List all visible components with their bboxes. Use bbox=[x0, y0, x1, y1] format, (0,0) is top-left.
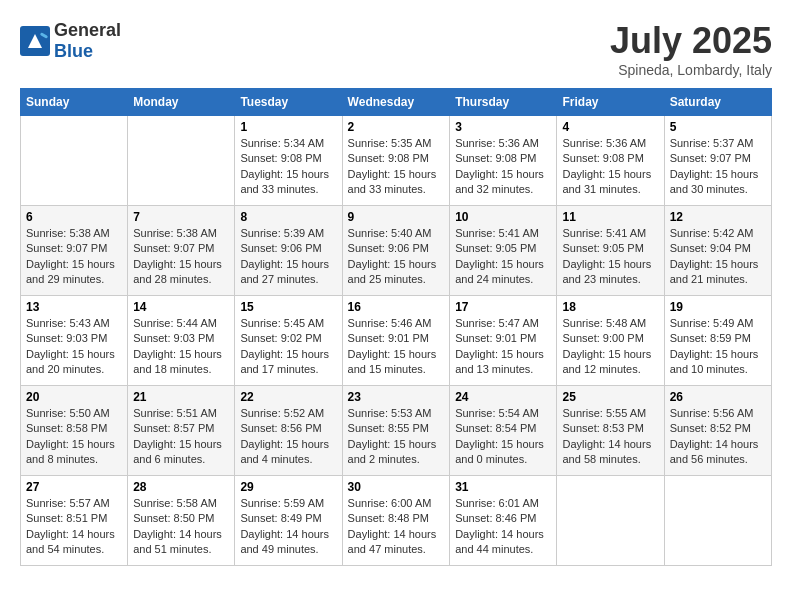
sunset: Sunset: 9:07 PM bbox=[670, 152, 751, 164]
sunrise: Sunrise: 5:55 AM bbox=[562, 407, 646, 419]
sunrise: Sunrise: 5:57 AM bbox=[26, 497, 110, 509]
calendar-cell: 12 Sunrise: 5:42 AM Sunset: 9:04 PM Dayl… bbox=[664, 206, 771, 296]
sunset: Sunset: 9:01 PM bbox=[348, 332, 429, 344]
day-info: Sunrise: 5:37 AM Sunset: 9:07 PM Dayligh… bbox=[670, 136, 766, 198]
calendar-cell: 25 Sunrise: 5:55 AM Sunset: 8:53 PM Dayl… bbox=[557, 386, 664, 476]
sunrise: Sunrise: 5:41 AM bbox=[562, 227, 646, 239]
weekday-header: Friday bbox=[557, 89, 664, 116]
day-number: 20 bbox=[26, 390, 122, 404]
day-number: 17 bbox=[455, 300, 551, 314]
daylight: Daylight: 14 hours and 56 minutes. bbox=[670, 438, 759, 465]
sunset: Sunset: 8:51 PM bbox=[26, 512, 107, 524]
day-number: 15 bbox=[240, 300, 336, 314]
sunset: Sunset: 8:59 PM bbox=[670, 332, 751, 344]
sunset: Sunset: 9:05 PM bbox=[562, 242, 643, 254]
day-info: Sunrise: 5:48 AM Sunset: 9:00 PM Dayligh… bbox=[562, 316, 658, 378]
daylight: Daylight: 15 hours and 33 minutes. bbox=[240, 168, 329, 195]
calendar-cell: 26 Sunrise: 5:56 AM Sunset: 8:52 PM Dayl… bbox=[664, 386, 771, 476]
daylight: Daylight: 15 hours and 33 minutes. bbox=[348, 168, 437, 195]
calendar-cell bbox=[21, 116, 128, 206]
page-header: General Blue July 2025 Spineda, Lombardy… bbox=[20, 20, 772, 78]
daylight: Daylight: 15 hours and 20 minutes. bbox=[26, 348, 115, 375]
sunset: Sunset: 9:08 PM bbox=[240, 152, 321, 164]
sunset: Sunset: 8:53 PM bbox=[562, 422, 643, 434]
calendar-cell: 7 Sunrise: 5:38 AM Sunset: 9:07 PM Dayli… bbox=[128, 206, 235, 296]
daylight: Daylight: 15 hours and 28 minutes. bbox=[133, 258, 222, 285]
calendar-cell: 13 Sunrise: 5:43 AM Sunset: 9:03 PM Dayl… bbox=[21, 296, 128, 386]
day-number: 29 bbox=[240, 480, 336, 494]
calendar-cell: 31 Sunrise: 6:01 AM Sunset: 8:46 PM Dayl… bbox=[450, 476, 557, 566]
day-info: Sunrise: 5:50 AM Sunset: 8:58 PM Dayligh… bbox=[26, 406, 122, 468]
calendar-cell: 20 Sunrise: 5:50 AM Sunset: 8:58 PM Dayl… bbox=[21, 386, 128, 476]
sunset: Sunset: 9:05 PM bbox=[455, 242, 536, 254]
day-info: Sunrise: 5:44 AM Sunset: 9:03 PM Dayligh… bbox=[133, 316, 229, 378]
sunset: Sunset: 9:03 PM bbox=[133, 332, 214, 344]
day-info: Sunrise: 5:42 AM Sunset: 9:04 PM Dayligh… bbox=[670, 226, 766, 288]
daylight: Daylight: 15 hours and 17 minutes. bbox=[240, 348, 329, 375]
daylight: Daylight: 15 hours and 8 minutes. bbox=[26, 438, 115, 465]
daylight: Daylight: 15 hours and 0 minutes. bbox=[455, 438, 544, 465]
sunrise: Sunrise: 5:58 AM bbox=[133, 497, 217, 509]
sunrise: Sunrise: 5:39 AM bbox=[240, 227, 324, 239]
day-number: 23 bbox=[348, 390, 445, 404]
day-info: Sunrise: 5:54 AM Sunset: 8:54 PM Dayligh… bbox=[455, 406, 551, 468]
day-info: Sunrise: 5:43 AM Sunset: 9:03 PM Dayligh… bbox=[26, 316, 122, 378]
calendar-cell: 10 Sunrise: 5:41 AM Sunset: 9:05 PM Dayl… bbox=[450, 206, 557, 296]
sunset: Sunset: 8:57 PM bbox=[133, 422, 214, 434]
day-number: 10 bbox=[455, 210, 551, 224]
sunset: Sunset: 9:01 PM bbox=[455, 332, 536, 344]
calendar-cell: 19 Sunrise: 5:49 AM Sunset: 8:59 PM Dayl… bbox=[664, 296, 771, 386]
daylight: Daylight: 14 hours and 44 minutes. bbox=[455, 528, 544, 555]
calendar-cell: 3 Sunrise: 5:36 AM Sunset: 9:08 PM Dayli… bbox=[450, 116, 557, 206]
calendar-cell: 24 Sunrise: 5:54 AM Sunset: 8:54 PM Dayl… bbox=[450, 386, 557, 476]
sunset: Sunset: 8:48 PM bbox=[348, 512, 429, 524]
day-number: 2 bbox=[348, 120, 445, 134]
sunrise: Sunrise: 5:36 AM bbox=[455, 137, 539, 149]
calendar-cell: 30 Sunrise: 6:00 AM Sunset: 8:48 PM Dayl… bbox=[342, 476, 450, 566]
sunset: Sunset: 9:00 PM bbox=[562, 332, 643, 344]
calendar-cell bbox=[557, 476, 664, 566]
calendar-cell: 4 Sunrise: 5:36 AM Sunset: 9:08 PM Dayli… bbox=[557, 116, 664, 206]
day-number: 7 bbox=[133, 210, 229, 224]
calendar-cell bbox=[128, 116, 235, 206]
calendar-cell: 2 Sunrise: 5:35 AM Sunset: 9:08 PM Dayli… bbox=[342, 116, 450, 206]
calendar-cell: 27 Sunrise: 5:57 AM Sunset: 8:51 PM Dayl… bbox=[21, 476, 128, 566]
sunset: Sunset: 9:06 PM bbox=[348, 242, 429, 254]
day-info: Sunrise: 5:58 AM Sunset: 8:50 PM Dayligh… bbox=[133, 496, 229, 558]
day-info: Sunrise: 5:46 AM Sunset: 9:01 PM Dayligh… bbox=[348, 316, 445, 378]
calendar-cell: 21 Sunrise: 5:51 AM Sunset: 8:57 PM Dayl… bbox=[128, 386, 235, 476]
calendar-cell: 29 Sunrise: 5:59 AM Sunset: 8:49 PM Dayl… bbox=[235, 476, 342, 566]
calendar-week-row: 27 Sunrise: 5:57 AM Sunset: 8:51 PM Dayl… bbox=[21, 476, 772, 566]
day-info: Sunrise: 5:41 AM Sunset: 9:05 PM Dayligh… bbox=[562, 226, 658, 288]
day-number: 12 bbox=[670, 210, 766, 224]
sunrise: Sunrise: 5:56 AM bbox=[670, 407, 754, 419]
day-number: 28 bbox=[133, 480, 229, 494]
calendar-cell: 28 Sunrise: 5:58 AM Sunset: 8:50 PM Dayl… bbox=[128, 476, 235, 566]
sunset: Sunset: 8:49 PM bbox=[240, 512, 321, 524]
day-number: 6 bbox=[26, 210, 122, 224]
calendar-week-row: 20 Sunrise: 5:50 AM Sunset: 8:58 PM Dayl… bbox=[21, 386, 772, 476]
sunset: Sunset: 9:07 PM bbox=[133, 242, 214, 254]
calendar-cell bbox=[664, 476, 771, 566]
sunset: Sunset: 8:50 PM bbox=[133, 512, 214, 524]
day-number: 13 bbox=[26, 300, 122, 314]
calendar-cell: 5 Sunrise: 5:37 AM Sunset: 9:07 PM Dayli… bbox=[664, 116, 771, 206]
day-info: Sunrise: 5:40 AM Sunset: 9:06 PM Dayligh… bbox=[348, 226, 445, 288]
calendar-cell: 1 Sunrise: 5:34 AM Sunset: 9:08 PM Dayli… bbox=[235, 116, 342, 206]
day-info: Sunrise: 5:47 AM Sunset: 9:01 PM Dayligh… bbox=[455, 316, 551, 378]
day-info: Sunrise: 5:35 AM Sunset: 9:08 PM Dayligh… bbox=[348, 136, 445, 198]
calendar-cell: 11 Sunrise: 5:41 AM Sunset: 9:05 PM Dayl… bbox=[557, 206, 664, 296]
sunset: Sunset: 9:08 PM bbox=[455, 152, 536, 164]
sunrise: Sunrise: 5:59 AM bbox=[240, 497, 324, 509]
sunrise: Sunrise: 5:46 AM bbox=[348, 317, 432, 329]
daylight: Daylight: 15 hours and 10 minutes. bbox=[670, 348, 759, 375]
location: Spineda, Lombardy, Italy bbox=[610, 62, 772, 78]
daylight: Daylight: 15 hours and 27 minutes. bbox=[240, 258, 329, 285]
sunset: Sunset: 8:58 PM bbox=[26, 422, 107, 434]
sunrise: Sunrise: 5:38 AM bbox=[133, 227, 217, 239]
day-info: Sunrise: 5:39 AM Sunset: 9:06 PM Dayligh… bbox=[240, 226, 336, 288]
daylight: Daylight: 15 hours and 24 minutes. bbox=[455, 258, 544, 285]
weekday-header: Saturday bbox=[664, 89, 771, 116]
day-number: 5 bbox=[670, 120, 766, 134]
title-block: July 2025 Spineda, Lombardy, Italy bbox=[610, 20, 772, 78]
